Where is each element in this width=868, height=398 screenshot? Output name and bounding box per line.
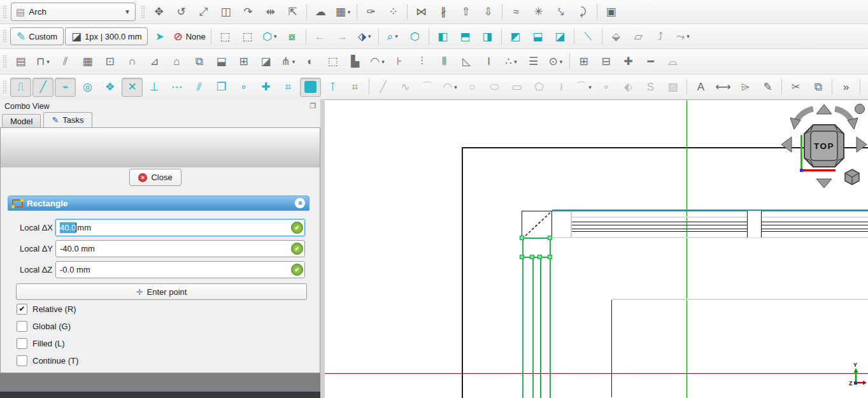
- arch-stairs-icon[interactable]: ▙: [345, 52, 366, 71]
- snap-intersection-icon[interactable]: ✕: [122, 78, 143, 97]
- nav-back-icon[interactable]: ←: [309, 27, 331, 46]
- model-edge-left[interactable]: [462, 147, 463, 398]
- snap-angle-icon[interactable]: ❖: [99, 78, 120, 97]
- view-left-icon[interactable]: ◪: [550, 27, 571, 46]
- snap-special-icon[interactable]: ∘: [233, 78, 254, 97]
- view-bottom-icon[interactable]: ⬓: [527, 27, 548, 46]
- draft-rectangle-icon[interactable]: ▭: [506, 78, 527, 97]
- snap-midpoint-icon[interactable]: ⌁: [55, 78, 76, 97]
- box-selection-icon[interactable]: ⬚: [215, 27, 236, 46]
- filled-checkbox[interactable]: [17, 338, 27, 349]
- toolbar-grip[interactable]: [3, 80, 7, 94]
- mirror-icon[interactable]: ◫: [215, 3, 236, 22]
- add-to-group-icon[interactable]: ➤: [149, 27, 170, 46]
- arch-window-icon[interactable]: ⊞: [233, 52, 254, 71]
- zoom-icon[interactable]: ⌕▾: [382, 27, 403, 46]
- working-plane-custom-button[interactable]: ✎Custom: [10, 27, 64, 45]
- snap-grid-icon[interactable]: ⌗: [278, 78, 299, 97]
- draft-line-icon[interactable]: ╱: [373, 78, 394, 97]
- annotation-styles-icon[interactable]: ✎: [757, 78, 778, 97]
- selected-wall-edge[interactable]: [550, 257, 551, 398]
- arch-schedule-icon[interactable]: ☰: [523, 52, 544, 71]
- arch-pipe-icon[interactable]: ∴▾: [501, 52, 522, 71]
- tab-tasks[interactable]: ✎Tasks: [43, 112, 92, 127]
- draft-polygon-icon[interactable]: ⬠: [529, 78, 550, 97]
- nav-rotate-up-arrow[interactable]: [816, 104, 832, 114]
- snap-parallel-icon[interactable]: ⫽: [189, 78, 210, 97]
- point-array-icon[interactable]: ⁘: [383, 3, 404, 22]
- autogroup-button[interactable]: ⊘None: [171, 27, 207, 46]
- scale-icon[interactable]: ⤢: [193, 3, 214, 22]
- upgrade-icon[interactable]: ⇧: [455, 3, 476, 22]
- folder-icon[interactable]: ▱: [628, 27, 649, 46]
- local-dx-field[interactable]: 40.0 mm: [55, 219, 305, 236]
- arch-survey-icon[interactable]: ⌓: [662, 52, 683, 71]
- stretch-icon[interactable]: ⇱: [282, 3, 303, 22]
- snap-center-icon[interactable]: ◎: [77, 78, 98, 97]
- panel-splitter[interactable]: [320, 99, 325, 398]
- arch-space-icon[interactable]: ⬚: [322, 52, 343, 71]
- nav-sync-circle[interactable]: [855, 104, 865, 114]
- arch-frame-icon[interactable]: ⊦: [389, 52, 410, 71]
- arch-building-part-icon[interactable]: ⊡: [99, 52, 120, 71]
- draft-hatch-icon[interactable]: ▨: [662, 78, 683, 97]
- part-shape-icon[interactable]: ⬙: [606, 27, 627, 46]
- rotate-icon[interactable]: ↺: [171, 3, 192, 22]
- array-icon[interactable]: ▦▾: [332, 3, 353, 22]
- export-icon[interactable]: ⤴: [650, 27, 671, 46]
- draft-bspline-icon[interactable]: ≀: [551, 78, 572, 97]
- snap-lock-icon[interactable]: ⎍: [10, 78, 31, 97]
- box-element-selection-icon[interactable]: ⬚: [237, 27, 258, 46]
- clone-icon[interactable]: ☁: [310, 3, 331, 22]
- arch-add-icon[interactable]: ✚: [618, 52, 639, 71]
- label-icon[interactable]: ⌲: [735, 78, 756, 97]
- nav-forward-icon[interactable]: →: [332, 27, 353, 46]
- selected-wall-edge[interactable]: [540, 257, 541, 398]
- view-right-icon[interactable]: ◨: [477, 27, 498, 46]
- toolbar-grip[interactable]: [3, 29, 7, 43]
- draft-facebinder-icon[interactable]: ⬖: [618, 78, 639, 97]
- view-front-icon[interactable]: ◧: [432, 27, 453, 46]
- nav-rotate-ccw-arrow[interactable]: [797, 109, 813, 120]
- grid-toggle-icon[interactable]: ⌗: [345, 78, 366, 97]
- snap-endpoint-icon[interactable]: ╱: [32, 78, 53, 97]
- view-rear-icon[interactable]: ◩: [505, 27, 526, 46]
- enter-point-button[interactable]: ✛ Enter point: [16, 283, 307, 300]
- arch-curtain-wall-icon[interactable]: ▦: [77, 52, 98, 71]
- collapse-section-button[interactable]: »: [295, 198, 305, 208]
- copy-icon[interactable]: ⧉: [808, 78, 829, 97]
- edit-node-handle[interactable]: [548, 255, 552, 259]
- nav-rotate-cw-arrow[interactable]: [835, 109, 851, 120]
- draft-ellipse-icon[interactable]: ⬭: [484, 78, 505, 97]
- navigation-cube[interactable]: TOP: [774, 100, 868, 190]
- nav-down-arrow[interactable]: [816, 179, 832, 188]
- toolbar-grip[interactable]: [3, 5, 7, 19]
- tab-model[interactable]: Model: [2, 114, 41, 127]
- selected-wall-edge[interactable]: [522, 238, 551, 239]
- selected-wall-edge[interactable]: [522, 257, 551, 258]
- arch-structure-icon[interactable]: ⊓▾: [32, 52, 53, 71]
- local-dy-field[interactable]: -40.0 mm: [55, 240, 305, 257]
- arch-remove-component-icon[interactable]: ⊟: [595, 52, 616, 71]
- arch-section-plane-icon[interactable]: ◪: [255, 52, 276, 71]
- selected-wall-edge[interactable]: [532, 257, 534, 398]
- draft-wire-icon[interactable]: ∿: [395, 78, 416, 97]
- axonometric-view-icon[interactable]: ⬡: [404, 27, 425, 46]
- float-panel-icon[interactable]: ❐: [309, 102, 316, 110]
- nav-left-arrow[interactable]: [781, 137, 792, 152]
- corner-post-square[interactable]: [522, 211, 552, 239]
- layers-icon[interactable]: ▣: [601, 3, 622, 22]
- toolbar-grip[interactable]: [3, 55, 7, 69]
- window-pane-line[interactable]: [572, 225, 868, 225]
- continue-checkbox[interactable]: [17, 355, 27, 366]
- workbench-selector[interactable]: ▤ Arch ▼: [11, 3, 136, 21]
- dimension-icon[interactable]: ⟷: [713, 78, 734, 97]
- arch-panel-icon[interactable]: ◠▾: [367, 52, 388, 71]
- arch-site-icon[interactable]: ⬓: [211, 52, 232, 71]
- arch-fence-icon[interactable]: ⫴: [434, 52, 455, 71]
- downgrade-icon[interactable]: ⇩: [478, 3, 499, 22]
- edit-node-handle[interactable]: [520, 236, 524, 240]
- snap-near-icon[interactable]: ❐: [211, 78, 232, 97]
- text-icon[interactable]: A: [690, 78, 711, 97]
- arch-rebar-icon[interactable]: ⫽: [55, 52, 76, 71]
